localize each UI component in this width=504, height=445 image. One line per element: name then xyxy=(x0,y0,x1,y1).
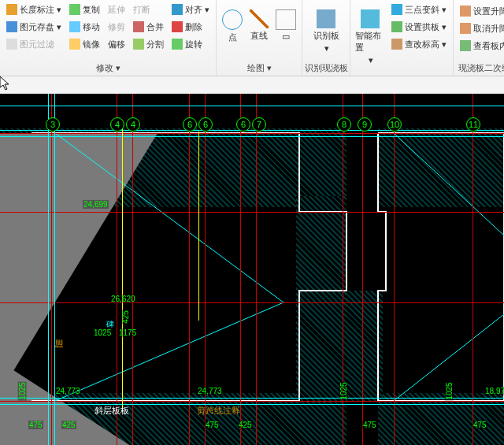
note-label: 剪跨线注释 xyxy=(197,405,240,417)
filter-elem: 图元过滤 xyxy=(5,36,63,52)
modify-group-label[interactable]: 修改 ▾ xyxy=(0,62,216,74)
cursor-icon xyxy=(0,76,13,92)
dim-10: 1025 xyxy=(18,381,27,400)
draw-group-label[interactable]: 绘图 ▾ xyxy=(217,62,302,74)
delete-btn[interactable]: 删除 xyxy=(170,19,211,35)
rotate-btn[interactable]: 旋转 xyxy=(170,36,211,52)
axis-4b: 4 xyxy=(126,117,140,132)
mirror-btn[interactable]: 镜像 xyxy=(68,36,102,52)
dim-12: 1175 xyxy=(118,328,137,337)
three-point-slope[interactable]: 三点变斜 ▾ xyxy=(390,2,448,17)
offset-btn[interactable]: 偏移 xyxy=(106,36,127,52)
dim-17: 1025 xyxy=(445,381,454,400)
trim-btn: 修剪 xyxy=(106,19,127,35)
save-elem[interactable]: 图元存盘 ▾ xyxy=(5,19,63,35)
svg-line-1 xyxy=(55,302,284,401)
dim-9: 475 xyxy=(472,421,487,429)
drawing-canvas[interactable]: 3 4 4 6 6 6 7 8 9 10 11 24,699 26,620 24… xyxy=(0,94,504,445)
line-tool[interactable]: 直线 xyxy=(248,6,270,43)
slab-label: 斜层板板 xyxy=(94,405,129,417)
align-btn[interactable]: 对齐 ▾ xyxy=(170,2,211,17)
split-btn[interactable]: 分割 xyxy=(132,36,165,52)
mark-label: 碑 xyxy=(106,319,114,330)
axis-6a: 6 xyxy=(183,117,197,132)
extend-btn: 延伸 xyxy=(106,2,127,17)
smart-layout[interactable]: 智能布置▾ xyxy=(355,2,385,65)
dim-13: 425 xyxy=(121,310,130,324)
dim-7: 475 xyxy=(205,421,220,429)
set-raise[interactable]: 设置升降板 xyxy=(458,3,504,19)
axis-10: 10 xyxy=(387,117,402,132)
dim-3: 24,773 xyxy=(55,387,81,395)
axis-4a: 4 xyxy=(110,117,124,132)
recog-group-label: 识别现浇板 xyxy=(302,62,350,74)
move-btn[interactable]: 移动 xyxy=(68,19,102,35)
merge-btn[interactable]: 合并 xyxy=(132,19,165,35)
cancel-raise[interactable]: 取消升降板 xyxy=(458,20,504,36)
view-rebar[interactable]: 查看板内钢 xyxy=(458,38,504,54)
svg-line-0 xyxy=(55,133,284,302)
dim-15: 425 xyxy=(238,421,253,429)
axis-8: 8 xyxy=(337,117,351,132)
dim-2: 26,620 xyxy=(110,295,136,303)
axis-6b: 6 xyxy=(198,117,213,132)
orange-label: 脚 xyxy=(55,338,63,349)
svg-line-2 xyxy=(394,133,504,235)
dim-14: 425 xyxy=(61,421,76,429)
axis-11: 11 xyxy=(466,117,480,132)
rect-tool[interactable]: ▭ xyxy=(275,6,297,43)
axis-6c: 6 xyxy=(236,117,250,132)
axis-9: 9 xyxy=(358,117,372,132)
point-tool[interactable]: 点 xyxy=(221,6,243,43)
recognize-slab[interactable]: 识别板▾ xyxy=(307,2,345,54)
length-dim[interactable]: 长度标注 ▾ xyxy=(5,2,63,17)
axis-7: 7 xyxy=(252,117,266,132)
copy-btn[interactable]: 复制 xyxy=(68,2,102,17)
dim-6: 475 xyxy=(28,421,43,429)
edit-group-label: 现浇板二次编辑 xyxy=(454,62,504,74)
check-elev[interactable]: 查改标高 ▾ xyxy=(390,36,448,52)
dim-4: 24,773 xyxy=(197,387,223,395)
break-btn: 打断 xyxy=(132,2,165,17)
set-arch[interactable]: 设置拱板 ▾ xyxy=(390,19,448,35)
dim-8: 475 xyxy=(362,421,377,429)
dim-1: 24,699 xyxy=(83,200,109,209)
dim-16: 1025 xyxy=(339,381,348,400)
axis-3: 3 xyxy=(46,117,60,132)
dim-5: 18,973 xyxy=(484,387,504,395)
